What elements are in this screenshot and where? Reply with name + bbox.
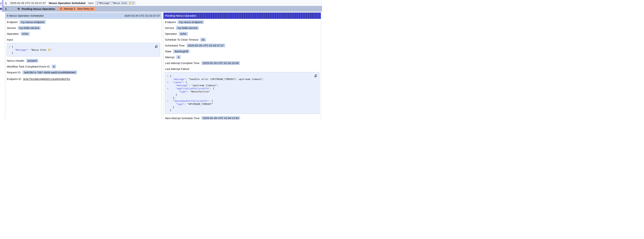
retry-icon (60, 8, 62, 10)
detail-value-badge: 2025-02-26 UTC 01:04:13.93 (201, 116, 240, 120)
detail-value-badge: 2025-02-26 UTC 01:03:37.07 (186, 44, 225, 48)
detail-row-next-attempt-schedule-time: Next Attempt Schedule Time2025-02-26 UTC… (165, 116, 321, 120)
detail-label: Last Attempt Complete Time (165, 62, 199, 64)
detail-value-badge: my-nexus-endpoint (20, 20, 46, 24)
endpoint-id-link[interactable]: 3c0c75ccfa8144b092c13ce632463761 (23, 78, 70, 80)
code-line: } (167, 106, 312, 109)
detail-row-endpoint-id: Endpoint ID3c0c75ccfa8144b092c13ce632463… (7, 77, 162, 81)
detail-label: Endpoint (7, 20, 18, 24)
copy-icon[interactable] (154, 45, 158, 48)
detail-value-badge: my-nexus-endpoint (178, 20, 204, 24)
code-line: }, (167, 96, 312, 99)
code-line: { (167, 74, 312, 78)
detail-label: Next Attempt Schedule Time (165, 116, 200, 120)
copy-icon[interactable] (314, 74, 318, 78)
code-line: "type": "UPSTREAM_TIMEOUT" (167, 102, 312, 106)
event-row-pending[interactable]: 5 Pending Nexus Operation Attempt 3 · Ne… (3, 6, 322, 12)
code-line: "applicationFailureInfo": { (167, 87, 312, 90)
detail-value-badge: present (26, 59, 38, 62)
event-row-scheduled[interactable]: 5 2025-02-26 UTC 01:03:37.07 Nexus Opera… (3, 0, 322, 6)
detail-row-nexus-header: Nexus Headerpresent (7, 59, 162, 62)
detail-row-endpoint: Endpointmy-nexus-endpoint (165, 20, 321, 24)
code-line: } (167, 93, 312, 96)
code-line: } (9, 52, 152, 54)
failure-json-viewer: { "message": "handler error (UPSTREAM_TI… (165, 72, 320, 114)
chevron-down-icon[interactable] (167, 88, 170, 89)
chevron-down-icon[interactable] (167, 100, 170, 102)
detail-label: Service (165, 26, 174, 30)
scheduled-event-panel: 5 Nexus Operation Scheduled 2025-02-26 U… (5, 12, 162, 120)
retry-attempt-badge: Attempt 3 · Next Retry 0s (58, 7, 95, 11)
detail-label: Service (7, 26, 16, 30)
code-line: { (9, 45, 152, 48)
pending-operation-panel: Pending Nexus Operation Endpointmy-nexus… (163, 12, 321, 120)
event-id-link[interactable]: 5 (5, 7, 6, 10)
detail-row-state: StateBackingOff (165, 50, 321, 53)
code-line: "type": "NexusFailure" (167, 90, 312, 93)
detail-label: Schedule To Close Timeout (165, 38, 198, 41)
chevron-down-icon[interactable] (9, 46, 12, 48)
pending-panel-title: Pending Nexus Operation (165, 14, 196, 17)
detail-value-badge: 0s (200, 38, 206, 42)
detail-label: Operation (7, 32, 19, 35)
code-line: } (167, 109, 312, 112)
detail-label: Endpoint ID (7, 78, 21, 80)
code-line: "Message": "Nexus Echo 👋" (9, 48, 152, 52)
event-input-label: Input (88, 2, 94, 4)
detail-row-service: Servicemy-hello-service (165, 26, 321, 30)
detail-row-endpoint: Endpointmy-nexus-endpoint (7, 20, 162, 24)
detail-value-badge: 3 (176, 55, 181, 59)
detail-value-badge: BackingOff (173, 50, 190, 53)
detail-value-badge: 2025-02-26 UTC 01:04:10.09 (201, 61, 240, 65)
detail-value-badge: echo (21, 32, 30, 36)
detail-value-badge: my-hello-service (176, 26, 199, 30)
last-attempt-failure-label: Last Attempt Failure (165, 67, 321, 71)
input-section-label: Input (7, 38, 162, 41)
code-line: "cause": { (167, 81, 312, 84)
detail-label: Operation (165, 32, 177, 35)
code-line: "message": "upstream timeout", (167, 84, 312, 87)
event-input-chip[interactable]: {"Message":"Nexus Echo 👋"} (95, 1, 136, 5)
detail-row-wft-completed-event-id: Workflow Task Completed Event ID4 (7, 65, 162, 68)
code-line: "nexusHandlerFailureInfo": { (167, 99, 312, 102)
asterisk-icon (17, 7, 20, 10)
scheduled-panel-timestamp: 2025-02-26 UTC 01:03:37.07 (124, 14, 160, 17)
code-line: "message": "handler error (UPSTREAM_TIME… (167, 78, 312, 81)
detail-value-badge: my-hello-service (18, 26, 41, 30)
event-group-bar (2, 0, 3, 12)
filled-circle-icon (0, 8, 2, 11)
detail-label: Attempt (165, 56, 174, 59)
detail-value-badge: 3e829b7e-7d67-4b08-aad3-b1e868bfe9e0 (22, 70, 77, 74)
detail-row-operation: Operationecho (165, 32, 321, 36)
input-json-viewer: { "Message": "Nexus Echo 👋"} (7, 43, 160, 56)
event-timeline-rail (0, 0, 5, 120)
detail-value-badge: 4 (52, 64, 56, 68)
detail-row-operation: Operationecho (7, 32, 162, 36)
detail-row-schedule-to-close-timeout: Schedule To Close Timeout0s (165, 38, 321, 41)
detail-label: Workflow Task Completed Event ID (7, 65, 50, 68)
detail-row-last-attempt-complete-time: Last Attempt Complete Time2025-02-26 UTC… (165, 61, 321, 65)
detail-row-service: Servicemy-hello-service (7, 26, 162, 30)
event-timestamp: 2025-02-26 UTC 01:03:37.07 (10, 2, 46, 4)
chevron-down-icon[interactable] (167, 75, 170, 77)
detail-row-scheduled-time: Scheduled Time2025-02-26 UTC 01:03:37.07 (165, 44, 321, 47)
event-name: Nexus Operation Scheduled (49, 2, 85, 4)
chevron-down-icon[interactable] (167, 82, 170, 83)
open-circle-icon (0, 2, 2, 5)
scheduled-panel-title: 5 Nexus Operation Scheduled (7, 14, 44, 17)
detail-row-request-id: Request ID3e829b7e-7d67-4b08-aad3-b1e868… (7, 71, 162, 74)
detail-label: Scheduled Time (165, 44, 185, 47)
pending-operation-title: Pending Nexus Operation (22, 7, 55, 10)
scheduled-panel-header: 5 Nexus Operation Scheduled 2025-02-26 U… (5, 13, 162, 19)
detail-label: Request ID (7, 71, 20, 74)
detail-label: Endpoint (165, 20, 176, 24)
detail-row-attempt: Attempt3 (165, 56, 321, 59)
detail-label: Nexus Header (7, 59, 24, 62)
pending-panel-header: Pending Nexus Operation (164, 13, 321, 19)
event-id-link[interactable]: 5 (5, 2, 6, 4)
detail-label: State (165, 50, 171, 53)
retry-badge-text: Attempt 3 · Next Retry 0s (64, 7, 94, 10)
detail-value-badge: echo (179, 32, 188, 36)
